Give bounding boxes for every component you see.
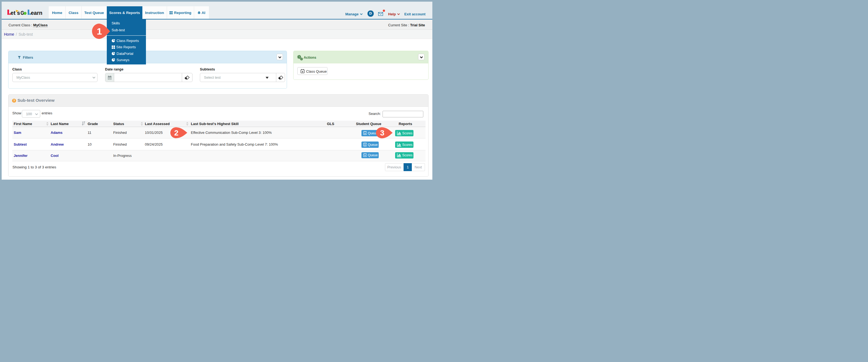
svg-text:2: 2 [174,129,179,137]
svg-text:1: 1 [97,26,102,36]
svg-text:3: 3 [380,129,385,137]
